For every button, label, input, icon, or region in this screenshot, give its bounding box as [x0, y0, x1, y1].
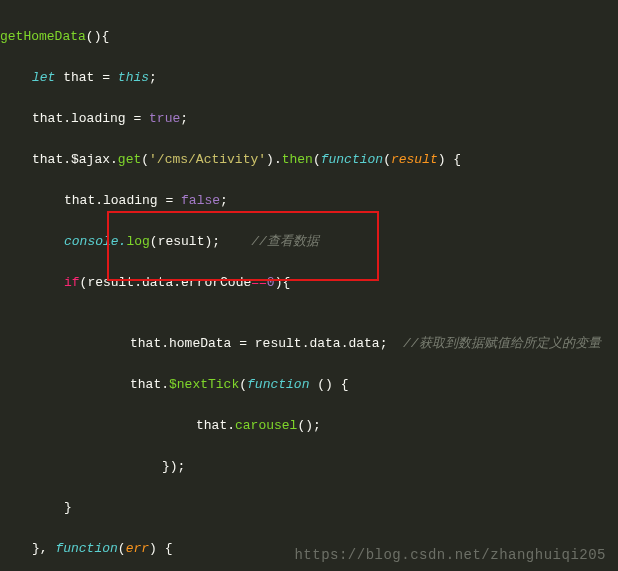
code-line: that.$ajax.get('/cms/Activity').then(fun… [0, 150, 618, 171]
comment: //获取到数据赋值给所定义的变量 [387, 336, 600, 351]
comment: //查看数据 [220, 234, 319, 249]
code-line: that.carousel(); [0, 416, 618, 437]
code-line: if(result.data.errorCode==0){ [0, 273, 618, 294]
code-line: }); [0, 457, 618, 478]
code-line: that.homeData = result.data.data; //获取到数… [0, 334, 618, 355]
watermark: https://blog.csdn.net/zhanghuiqi205 [294, 545, 606, 566]
code-line: getHomeData(){ [0, 27, 618, 48]
code-line: console.log(result); //查看数据 [0, 232, 618, 253]
code-line: that.loading = false; [0, 191, 618, 212]
code-block: getHomeData(){ let that = this; that.loa… [0, 0, 618, 571]
function-name: getHomeData [0, 29, 86, 44]
code-line: that.$nextTick(function () { [0, 375, 618, 396]
code-line: let that = this; [0, 68, 618, 89]
code-line: that.loading = true; [0, 109, 618, 130]
code-line: } [0, 498, 618, 519]
